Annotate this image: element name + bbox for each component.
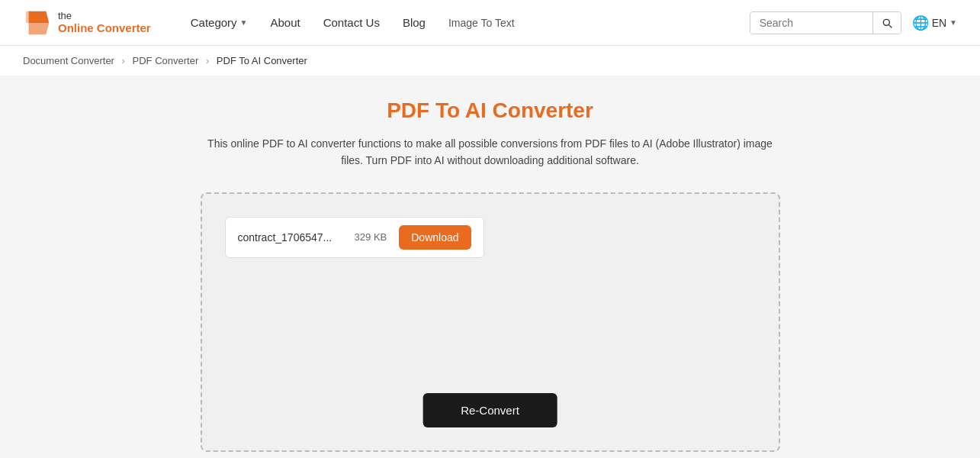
search-button[interactable] — [872, 12, 901, 34]
breadcrumb-sep-2: › — [206, 55, 209, 66]
globe-icon: 🌐 — [912, 15, 929, 31]
file-size: 329 KB — [355, 231, 387, 243]
header: the Online Converter Category ▼ About Co… — [0, 0, 980, 46]
file-item: contract_1706547... 329 KB Download — [225, 217, 484, 258]
breadcrumb: Document Converter › PDF Converter › PDF… — [0, 46, 980, 76]
converter-area: contract_1706547... 329 KB Download Re-C… — [201, 192, 780, 452]
lang-selector[interactable]: 🌐 EN ▼ — [912, 15, 957, 31]
breadcrumb-current: PDF To AI Converter — [217, 55, 307, 66]
page-description: This online PDF to AI converter function… — [201, 135, 780, 169]
breadcrumb-sep-1: › — [122, 55, 125, 66]
main-nav: Category ▼ About Contact Us Blog Image T… — [182, 11, 742, 34]
logo-icon — [23, 8, 52, 37]
svg-marker-1 — [29, 23, 50, 34]
breadcrumb-pdf-converter[interactable]: PDF Converter — [133, 55, 199, 66]
nav-category[interactable]: Category ▼ — [182, 11, 257, 34]
search-wrapper — [750, 11, 901, 34]
nav-image-to-text[interactable]: Image To Text — [439, 12, 524, 34]
download-button[interactable]: Download — [399, 225, 471, 250]
main-content: PDF To AI Converter This online PDF to A… — [0, 76, 980, 458]
nav-contact[interactable]: Contact Us — [314, 11, 389, 34]
search-icon — [881, 17, 893, 29]
breadcrumb-document-converter[interactable]: Document Converter — [23, 55, 114, 66]
logo[interactable]: the Online Converter — [23, 8, 151, 37]
nav-about[interactable]: About — [261, 11, 309, 34]
search-input[interactable] — [750, 12, 872, 34]
reconvert-button[interactable]: Re-Convert — [423, 393, 557, 427]
lang-dropdown-arrow: ▼ — [949, 18, 957, 27]
lang-label: EN — [932, 17, 946, 29]
nav-blog[interactable]: Blog — [394, 11, 435, 34]
logo-text: the Online Converter — [58, 10, 151, 36]
file-name: contract_1706547... — [238, 231, 342, 244]
category-dropdown-arrow: ▼ — [240, 18, 248, 27]
page-title: PDF To AI Converter — [23, 98, 957, 123]
